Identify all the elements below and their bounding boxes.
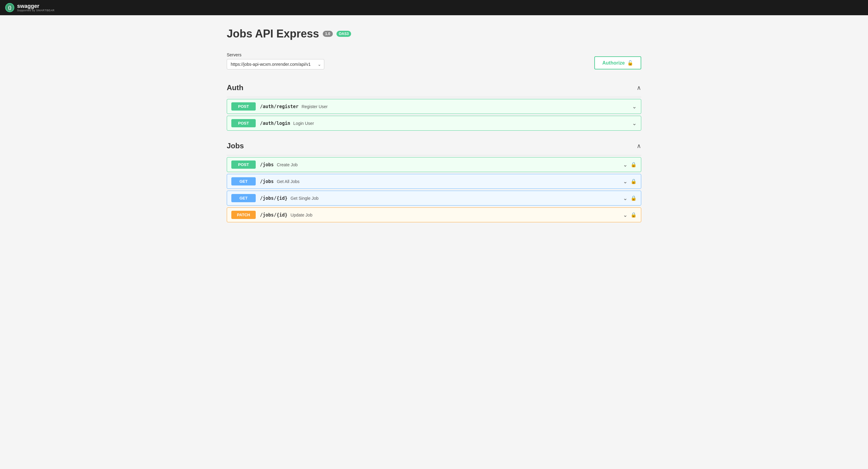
section-chevron-jobs-icon: ∧	[637, 142, 641, 149]
section-header-auth[interactable]: Auth ∧	[227, 78, 641, 97]
endpoint-desc-jobs-2: Get Single Job	[290, 196, 623, 201]
server-select-wrapper: https://jobs-api-wcxm.onrender.com/api/v…	[227, 59, 324, 69]
endpoint-path-jobs-2: /jobs/{id}	[260, 196, 287, 201]
endpoint-lock-jobs-3-icon: 🔒	[630, 212, 637, 218]
method-badge-auth-1: POST	[231, 119, 256, 127]
endpoint-chevron-jobs-0-icon: ⌄	[623, 161, 627, 168]
endpoint-actions-jobs-1: ⌄ 🔒	[623, 178, 637, 185]
endpoint-row-jobs-1[interactable]: GET /jobs Get All Jobs ⌄ 🔒	[227, 174, 641, 189]
authorize-button[interactable]: Authorize 🔓	[594, 56, 641, 69]
endpoint-lock-jobs-0-icon: 🔒	[630, 162, 637, 168]
endpoint-chevron-jobs-2-icon: ⌄	[623, 195, 627, 202]
endpoint-path-jobs-1: /jobs	[260, 179, 274, 184]
endpoint-desc-jobs-1: Get All Jobs	[277, 179, 623, 184]
svg-text:{}: {}	[8, 5, 11, 10]
endpoint-row-jobs-3[interactable]: PATCH /jobs/{id} Update Job ⌄ 🔒	[227, 207, 641, 222]
endpoint-actions-jobs-2: ⌄ 🔒	[623, 195, 637, 202]
method-badge-jobs-0: POST	[231, 161, 256, 169]
logo: {} swagger Supported by SMARTBEAR	[5, 3, 55, 12]
swagger-logo-icon: {}	[5, 3, 14, 12]
endpoint-row-jobs-2[interactable]: GET /jobs/{id} Get Single Job ⌄ 🔒	[227, 191, 641, 206]
endpoint-desc-jobs-3: Update Job	[290, 212, 623, 217]
endpoint-chevron-jobs-1-icon: ⌄	[623, 178, 627, 185]
endpoint-row-jobs-0[interactable]: POST /jobs Create Job ⌄ 🔒	[227, 157, 641, 172]
endpoint-actions-jobs-3: ⌄ 🔒	[623, 212, 637, 219]
authorize-button-label: Authorize	[602, 60, 625, 66]
section-auth: Auth ∧ POST /auth/register Register User…	[227, 78, 641, 131]
method-badge-jobs-2: GET	[231, 194, 256, 202]
section-chevron-auth-icon: ∧	[637, 84, 641, 91]
endpoint-actions-jobs-0: ⌄ 🔒	[623, 161, 637, 168]
method-badge-jobs-1: GET	[231, 177, 256, 186]
endpoint-desc-auth-0: Register User	[302, 104, 632, 109]
servers-label: Servers	[227, 53, 324, 57]
endpoint-path-auth-0: /auth/register	[260, 104, 299, 109]
api-sections: Auth ∧ POST /auth/register Register User…	[227, 78, 641, 222]
swagger-brand: swagger Supported by SMARTBEAR	[17, 3, 55, 12]
section-header-jobs[interactable]: Jobs ∧	[227, 137, 641, 155]
endpoint-lock-jobs-1-icon: 🔒	[630, 178, 637, 184]
section-title-jobs: Jobs	[227, 142, 244, 150]
endpoint-actions-auth-1: ⌄	[632, 120, 637, 127]
main-content: Jobs API Express 1.0 OAS3 Servers https:…	[221, 15, 647, 234]
api-title: Jobs API Express	[227, 27, 319, 40]
oas-badge: OAS3	[337, 31, 351, 37]
endpoint-path-jobs-3: /jobs/{id}	[260, 212, 287, 218]
endpoint-lock-jobs-2-icon: 🔒	[630, 195, 637, 201]
endpoint-row-auth-0[interactable]: POST /auth/register Register User ⌄	[227, 99, 641, 114]
endpoint-chevron-jobs-3-icon: ⌄	[623, 212, 627, 219]
authorize-lock-icon: 🔓	[627, 60, 633, 66]
section-jobs: Jobs ∧ POST /jobs Create Job ⌄ 🔒 GET /jo…	[227, 137, 641, 222]
server-select[interactable]: https://jobs-api-wcxm.onrender.com/api/v…	[227, 59, 324, 69]
section-title-auth: Auth	[227, 83, 244, 92]
endpoint-path-auth-1: /auth/login	[260, 121, 290, 126]
server-selector-group: Servers https://jobs-api-wcxm.onrender.c…	[227, 53, 324, 69]
server-section: Servers https://jobs-api-wcxm.onrender.c…	[227, 53, 641, 69]
api-title-row: Jobs API Express 1.0 OAS3	[227, 27, 641, 40]
version-badge: 1.0	[323, 31, 333, 37]
endpoint-desc-jobs-0: Create Job	[277, 162, 623, 167]
swagger-title-text: swagger	[17, 3, 55, 9]
endpoint-desc-auth-1: Login User	[293, 121, 632, 126]
endpoint-chevron-auth-1-icon: ⌄	[632, 120, 637, 127]
method-badge-jobs-3: PATCH	[231, 211, 256, 219]
endpoint-actions-auth-0: ⌄	[632, 103, 637, 110]
endpoint-chevron-auth-0-icon: ⌄	[632, 103, 637, 110]
method-badge-auth-0: POST	[231, 102, 256, 110]
endpoint-row-auth-1[interactable]: POST /auth/login Login User ⌄	[227, 116, 641, 131]
endpoint-path-jobs-0: /jobs	[260, 162, 274, 168]
navbar: {} swagger Supported by SMARTBEAR	[0, 0, 868, 15]
swagger-subtitle-text: Supported by SMARTBEAR	[17, 9, 55, 12]
